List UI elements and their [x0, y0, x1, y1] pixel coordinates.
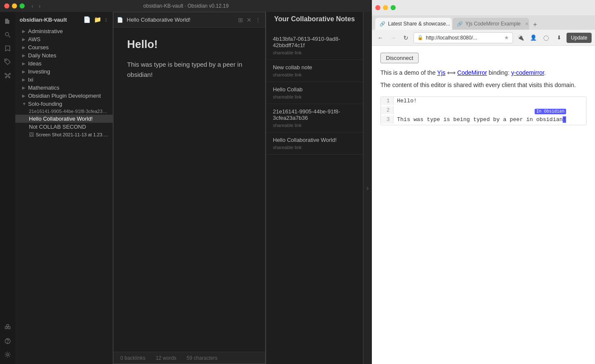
- back-button[interactable]: ‹: [30, 2, 35, 10]
- url-bar[interactable]: 🔒 http://localhost:8080/... ★: [414, 32, 513, 43]
- sidebar-header: obsidian-KB-vault 📄 📁 ↕: [15, 12, 113, 25]
- disconnect-button[interactable]: Disconnect: [380, 53, 419, 63]
- search-icon[interactable]: [2, 29, 14, 41]
- collab-item-name: Hello Collab: [273, 86, 356, 93]
- maximize-window-button[interactable]: [20, 3, 25, 8]
- svg-point-16: [8, 343, 8, 343]
- folder-arrow-icon: ▶: [22, 93, 26, 98]
- sidebar-item-solo-founding[interactable]: ▼ Solo-founding: [15, 100, 113, 108]
- y-codemirror-link[interactable]: y-codemirror: [511, 69, 544, 76]
- new-file-button[interactable]: 📄: [82, 15, 91, 24]
- tag-icon[interactable]: [2, 56, 14, 68]
- list-item[interactable]: Hello Collaborative World! shareable lin…: [266, 133, 363, 155]
- line-text: This was type is being typed by a peer i…: [397, 116, 563, 123]
- svg-point-4: [5, 73, 6, 75]
- list-item[interactable]: 21e16141-9905-44be-91f8-3cfea23a7b36 sha…: [266, 104, 363, 133]
- code-line-3: 3 This was type is being typed by a peer…: [381, 116, 586, 125]
- list-item[interactable]: Hello Collab shareable link: [266, 82, 363, 104]
- editor-content[interactable]: Hello! This was type is being typed by a…: [113, 28, 265, 352]
- account-icon[interactable]: 👤: [528, 33, 538, 43]
- browser-close-button[interactable]: [375, 5, 380, 10]
- settings-icon[interactable]: [2, 349, 14, 361]
- bookmark-icon[interactable]: [2, 42, 14, 54]
- cursor-position: !In Obsidian: [563, 116, 566, 123]
- svg-line-8: [6, 74, 7, 76]
- sidebar-item-daily-notes[interactable]: ▶ Daily Notes: [15, 51, 113, 59]
- folder-arrow-icon: ▶: [22, 45, 26, 50]
- editor-body-text: This was type is being typed by a peer i…: [127, 59, 252, 80]
- sort-button[interactable]: ↕: [104, 15, 108, 24]
- line-content: Hello!: [394, 97, 586, 105]
- list-item[interactable]: New collab note shareable link: [266, 60, 363, 82]
- collab-item-link[interactable]: shareable link: [273, 94, 356, 99]
- sidebar-item-mathematics[interactable]: ▶ Mathematics: [15, 84, 113, 92]
- browser-tab-share[interactable]: 🔗 Latest Share & showcase... ✕: [375, 18, 452, 30]
- line-number: 2: [381, 106, 394, 114]
- collab-item-name: 4b13bfa7-0613-4910-9ad8-42bbdff74c1f: [273, 36, 356, 48]
- collapse-panel-button[interactable]: ›: [363, 12, 372, 364]
- editor-tab: 📄 Hello Collaborative World! ⊞ ✕ ⋮: [113, 12, 265, 28]
- sidebar-item-courses[interactable]: ▶ Courses: [15, 43, 113, 51]
- update-button[interactable]: Update: [567, 33, 592, 43]
- sidebar-item-aws[interactable]: ▶ AWS: [15, 35, 113, 43]
- sidebar-item-hello-collab[interactable]: Hello Collaborative World!: [15, 115, 113, 123]
- tab-label: Yjs CodeMirror Example: [465, 21, 521, 27]
- extensions-icon[interactable]: 🔌: [516, 33, 526, 43]
- files-icon[interactable]: [2, 15, 14, 27]
- sidebar-item-uuid-file[interactable]: 21e16141-9905-44be-91f8-3cfea23a7b: [15, 108, 113, 115]
- new-tab-button[interactable]: +: [530, 20, 540, 30]
- svg-line-1: [8, 36, 10, 37]
- collab-item-link[interactable]: shareable link: [273, 145, 356, 150]
- close-tab-button[interactable]: ✕: [246, 16, 252, 24]
- browser-forward-button[interactable]: →: [388, 33, 398, 43]
- yjs-link[interactable]: Yjs: [437, 69, 445, 76]
- sidebar-item-not-collab[interactable]: Not COLLAB SECOND: [15, 123, 113, 131]
- browser-maximize-button[interactable]: [391, 5, 396, 10]
- browser-tab-yjs[interactable]: 🔗 Yjs CodeMirror Example ✕: [453, 18, 529, 30]
- word-count: 12 words: [156, 355, 176, 361]
- toggle-view-button[interactable]: ⊞: [237, 16, 244, 24]
- folder-arrow-icon: ▶: [22, 53, 26, 58]
- folder-arrow-icon: ▶: [22, 61, 26, 66]
- browser-minimize-button[interactable]: [383, 5, 388, 10]
- forward-button[interactable]: ›: [37, 2, 42, 10]
- sidebar-item-investing[interactable]: ▶ Investing: [15, 68, 113, 76]
- sidebar-item-screenshot[interactable]: 🖼 Screen Shot 2021-11-13 at 1.23.31 I: [15, 131, 113, 138]
- codemirror-link[interactable]: CodeMirror: [457, 69, 487, 76]
- backlinks-count: 0 backlinks: [120, 355, 145, 361]
- browser-toolbar: ← → ↻ 🔒 http://localhost:8080/... ★ 🔌 👤 …: [372, 30, 595, 46]
- url-text: http://localhost:8080/...: [426, 35, 502, 41]
- window-title: obsidian-KB-vault · Obsidian v0.12.19: [143, 3, 229, 9]
- collab-item-link[interactable]: shareable link: [273, 50, 356, 55]
- browser-window: 🔗 Latest Share & showcase... ✕ 🔗 Yjs Cod…: [372, 0, 595, 364]
- tab-favicon-icon: 🔗: [380, 21, 385, 27]
- new-folder-button[interactable]: 📁: [93, 15, 102, 24]
- more-options-button[interactable]: ⋮: [254, 16, 262, 24]
- sidebar-item-lxi[interactable]: ▶ lxi: [15, 76, 113, 84]
- icon-sidebar: [0, 12, 15, 364]
- file-actions: 📄 📁 ↕: [82, 15, 108, 24]
- svg-point-5: [9, 73, 11, 75]
- svg-point-17: [7, 354, 9, 356]
- collab-item-link[interactable]: shareable link: [273, 123, 356, 128]
- line-number: 3: [381, 116, 394, 124]
- sidebar-item-administrative[interactable]: ▶ Administrative: [15, 27, 113, 35]
- tab-close-icon[interactable]: ✕: [525, 21, 529, 27]
- collab-item-name: Hello Collaborative World!: [273, 137, 356, 143]
- graph-icon[interactable]: [2, 70, 14, 82]
- close-window-button[interactable]: [4, 3, 9, 8]
- browser-reload-button[interactable]: ↻: [401, 33, 411, 43]
- sidebar-item-ideas[interactable]: ▶ Ideas: [15, 59, 113, 68]
- community-plugins-icon[interactable]: [2, 322, 14, 333]
- download-icon[interactable]: ⬇: [554, 33, 564, 43]
- star-icon[interactable]: ★: [504, 34, 509, 41]
- list-item[interactable]: 4b13bfa7-0613-4910-9ad8-42bbdff74c1f sha…: [266, 31, 363, 60]
- folder-arrow-icon: ▶: [22, 77, 26, 82]
- collab-item-name: New collab note: [273, 64, 356, 71]
- code-editor[interactable]: 1 Hello! 2 3 This was type is being type…: [380, 96, 586, 125]
- help-icon[interactable]: [2, 335, 14, 347]
- collab-item-link[interactable]: shareable link: [273, 72, 356, 77]
- browser-back-button[interactable]: ←: [375, 33, 385, 43]
- sidebar-item-obsidian-plugin-dev[interactable]: ▶ Obsidian Plugin Development: [15, 92, 113, 100]
- minimize-window-button[interactable]: [12, 3, 17, 8]
